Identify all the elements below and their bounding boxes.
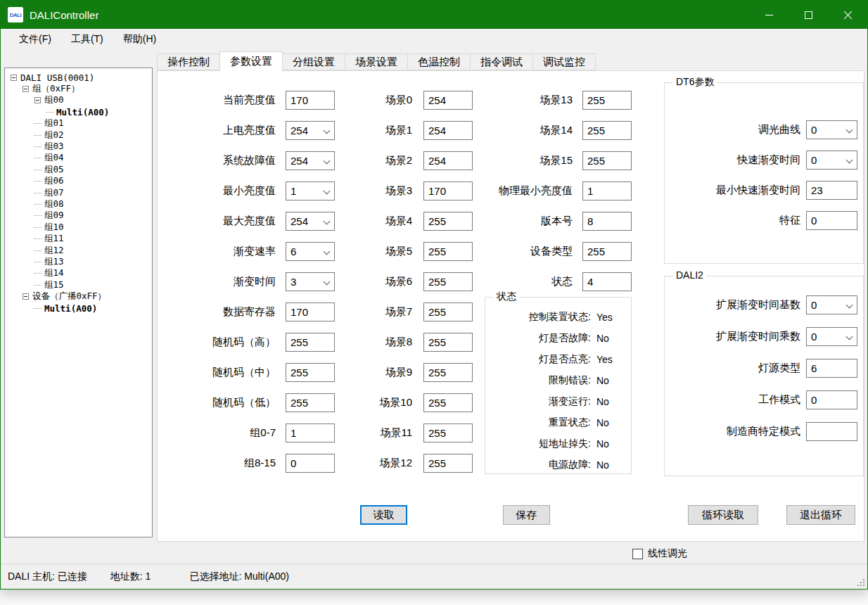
tree-item[interactable]: 组09: [5, 210, 152, 222]
tree-item[interactable]: DALI USB(0001): [5, 72, 152, 83]
field-input[interactable]: 254: [286, 121, 335, 140]
field-input[interactable]: 255: [423, 363, 473, 382]
field-input[interactable]: 170: [286, 91, 335, 110]
tree-expander-icon[interactable]: [34, 270, 41, 276]
tree-item[interactable]: 组07: [5, 187, 152, 198]
tree-expander-icon[interactable]: [34, 190, 41, 196]
menu-item[interactable]: 文件(F): [9, 29, 61, 50]
field-input[interactable]: 255: [582, 91, 632, 110]
close-button[interactable]: [828, 1, 867, 29]
tree-item[interactable]: 组04: [5, 153, 152, 164]
field-input[interactable]: [806, 422, 857, 441]
tree-item[interactable]: 组03: [5, 141, 152, 152]
field-input[interactable]: 254: [286, 212, 335, 231]
tree-item[interactable]: 组00: [5, 95, 152, 106]
tree-item[interactable]: 组11: [5, 233, 152, 244]
save-button[interactable]: 保存: [503, 505, 550, 525]
tree-expander-icon[interactable]: [34, 224, 41, 231]
tree-expander-icon[interactable]: [23, 293, 29, 300]
tab[interactable]: 指令调试: [470, 53, 533, 70]
minimize-button[interactable]: [749, 1, 789, 29]
field-input[interactable]: 255: [582, 242, 632, 261]
field-input[interactable]: 254: [286, 151, 335, 170]
tab[interactable]: 色温控制: [407, 53, 471, 70]
tree-item[interactable]: 设备（广播0xFF）: [5, 291, 152, 302]
field-input[interactable]: 255: [423, 454, 473, 473]
resize-grip-icon[interactable]: [857, 578, 865, 587]
tree-expander-icon[interactable]: [34, 97, 41, 103]
tab[interactable]: 操作控制: [157, 53, 220, 70]
tree-expander-icon[interactable]: [34, 167, 41, 173]
tree-expander-icon[interactable]: [34, 248, 41, 254]
field-input[interactable]: 23: [806, 181, 857, 200]
field-input[interactable]: 6: [286, 242, 335, 261]
tree-item[interactable]: 组02: [5, 129, 152, 141]
maximize-button[interactable]: [789, 1, 828, 29]
tree-expander-icon[interactable]: [34, 120, 41, 127]
field-input[interactable]: 1: [286, 424, 335, 442]
field-input[interactable]: 255: [286, 363, 335, 382]
field-input[interactable]: 1: [582, 182, 632, 200]
field-input[interactable]: 254: [423, 91, 473, 110]
menu-item[interactable]: 帮助(H): [113, 29, 166, 50]
tree-expander-icon[interactable]: [46, 109, 53, 115]
field-input[interactable]: 0: [806, 151, 857, 170]
field-input[interactable]: 255: [286, 393, 335, 412]
tree-expander-icon[interactable]: [34, 305, 41, 312]
field-input[interactable]: 170: [423, 182, 473, 200]
field-input[interactable]: 255: [423, 424, 473, 442]
tree-item[interactable]: 组06: [5, 176, 152, 187]
tree-expander-icon[interactable]: [34, 282, 41, 288]
field-input[interactable]: 6: [806, 359, 857, 378]
menu-item[interactable]: 工具(T): [61, 29, 113, 50]
exit-loop-button[interactable]: 退出循环: [786, 505, 855, 525]
field-input[interactable]: 4: [582, 272, 632, 291]
tree-expander-icon[interactable]: [34, 259, 41, 265]
field-input[interactable]: 0: [806, 120, 857, 139]
field-input[interactable]: 3: [286, 272, 335, 291]
field-input[interactable]: 255: [423, 212, 473, 231]
tree-item[interactable]: 组13: [5, 256, 152, 267]
field-input[interactable]: 1: [286, 182, 335, 200]
field-input[interactable]: 255: [582, 121, 632, 140]
field-input[interactable]: 0: [806, 295, 857, 314]
field-input[interactable]: 255: [423, 333, 473, 352]
tree-expander-icon[interactable]: [34, 132, 41, 139]
field-input[interactable]: 0: [806, 327, 857, 346]
tree-expander-icon[interactable]: [34, 155, 41, 161]
tree-expander-icon[interactable]: [34, 236, 41, 242]
field-input[interactable]: 255: [582, 151, 632, 170]
field-input[interactable]: 254: [423, 121, 473, 140]
loop-read-button[interactable]: 循环读取: [688, 505, 758, 525]
tree-expander-icon[interactable]: [23, 86, 29, 92]
field-input[interactable]: 255: [423, 272, 473, 291]
field-input[interactable]: 8: [582, 212, 632, 231]
field-input[interactable]: 0: [806, 390, 857, 409]
tree-item[interactable]: 组10: [5, 222, 152, 233]
tab[interactable]: 参数设置: [219, 51, 283, 71]
tree-item[interactable]: 组15: [5, 279, 152, 291]
tree-item[interactable]: 组14: [5, 268, 152, 279]
tab[interactable]: 分组设置: [282, 53, 345, 70]
tree-expander-icon[interactable]: [34, 178, 41, 184]
tree-expander-icon[interactable]: [34, 144, 41, 150]
tree-item[interactable]: 组（0xFF）: [5, 83, 152, 94]
field-input[interactable]: 254: [423, 151, 473, 170]
linear-dimming-checkbox[interactable]: 线性调光: [632, 547, 687, 560]
read-button[interactable]: 读取: [360, 505, 407, 525]
field-input[interactable]: 255: [423, 242, 473, 261]
tab[interactable]: 场景设置: [345, 53, 408, 70]
field-input[interactable]: 0: [806, 211, 857, 230]
field-input[interactable]: 255: [286, 333, 335, 352]
tree-expander-icon[interactable]: [11, 75, 17, 81]
tree-item[interactable]: Multi(A00): [5, 302, 152, 314]
tree-expander-icon[interactable]: [34, 201, 41, 208]
field-input[interactable]: 255: [423, 302, 473, 321]
tree-item[interactable]: 组05: [5, 164, 152, 175]
field-input[interactable]: 255: [423, 393, 473, 412]
tree-item[interactable]: 组08: [5, 198, 152, 210]
tree-item[interactable]: 组01: [5, 118, 152, 129]
field-input[interactable]: 170: [286, 302, 335, 321]
tree-item[interactable]: 组12: [5, 245, 152, 256]
tree-expander-icon[interactable]: [34, 212, 41, 219]
